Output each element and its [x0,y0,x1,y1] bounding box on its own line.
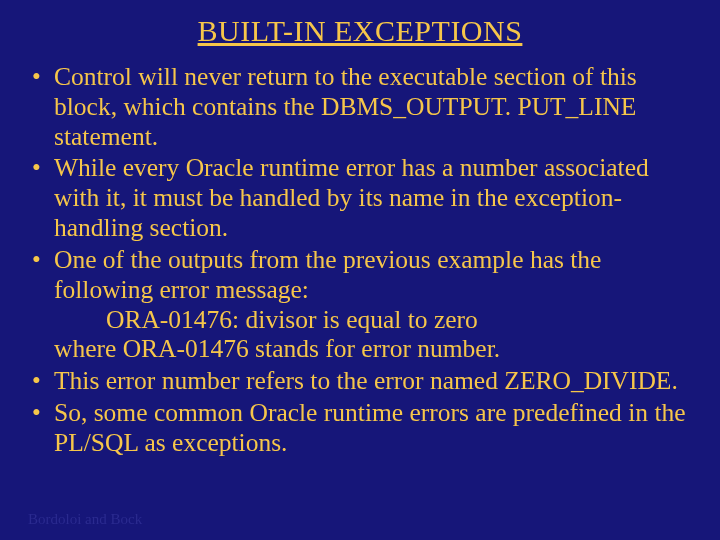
bullet-item: One of the outputs from the previous exa… [28,245,692,364]
bullet-text: One of the outputs from the previous exa… [54,245,601,304]
bullet-item: So, some common Oracle runtime errors ar… [28,398,692,458]
bullet-list: Control will never return to the executa… [28,62,692,458]
bullet-text: where ORA-01476 stands for error number. [54,334,500,363]
slide: BUILT-IN EXCEPTIONS Control will never r… [0,0,720,540]
bullet-item: While every Oracle runtime error has a n… [28,153,692,242]
footer-credit: Bordoloi and Bock [28,511,142,528]
slide-title: BUILT-IN EXCEPTIONS [28,14,692,48]
error-message-line: ORA-01476: divisor is equal to zero [54,305,692,335]
bullet-item: Control will never return to the executa… [28,62,692,151]
bullet-item: This error number refers to the error na… [28,366,692,396]
